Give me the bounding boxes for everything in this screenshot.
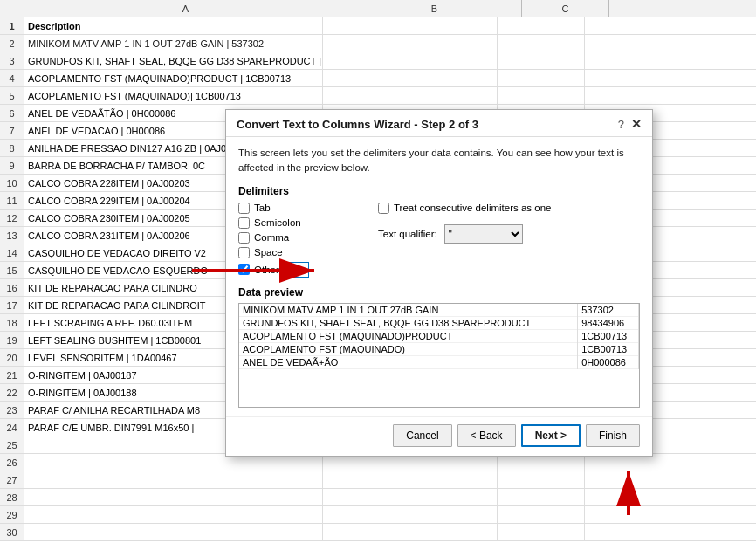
table-row: 29 <box>0 506 756 524</box>
preview-cell: 537302 <box>578 304 639 317</box>
cell-c[interactable] <box>498 454 585 471</box>
tab-label: Tab <box>254 203 271 213</box>
cell-a[interactable]: ACOPLAMENTO FST (MAQUINADO)| 1CB00713 <box>24 87 323 104</box>
cell-b[interactable] <box>323 70 498 86</box>
row-number: 14 <box>0 244 24 261</box>
table-row: 1 Description <box>0 17 756 35</box>
row-number: 11 <box>0 192 24 209</box>
table-row: 27 <box>0 471 756 489</box>
data-preview-area: MINIKOM MATV AMP 1 IN 1 OUT 27dB GAIN 53… <box>238 303 640 408</box>
row-number: 22 <box>0 384 24 401</box>
row-number: 12 <box>0 210 24 226</box>
table-row: 4 ACOPLAMENTO FST (MAQUINADO)PRODUCT | 1… <box>0 70 756 87</box>
semicolon-label: Semicolon <box>254 217 301 228</box>
next-button[interactable]: Next > <box>521 424 581 447</box>
delimiters-title: Delimiters <box>238 185 640 197</box>
space-checkbox[interactable] <box>238 247 250 258</box>
row-number: 27 <box>0 471 24 488</box>
data-preview-title: Data preview <box>238 286 640 299</box>
row-number: 7 <box>0 122 24 139</box>
preview-cell: MINIKOM MATV AMP 1 IN 1 OUT 27dB GAIN <box>239 304 578 317</box>
table-row: 30 <box>0 524 756 541</box>
cell-c[interactable] <box>498 489 585 505</box>
finish-button[interactable]: Finish <box>586 424 640 447</box>
tab-checkbox[interactable] <box>238 203 250 214</box>
cell-c[interactable] <box>498 506 585 523</box>
row-number: 19 <box>0 332 24 348</box>
cell-b[interactable] <box>323 471 498 488</box>
treat-consecutive-checkbox[interactable] <box>378 203 389 214</box>
back-button[interactable]: < Back <box>457 424 516 447</box>
cell-a[interactable]: ACOPLAMENTO FST (MAQUINADO)PRODUCT | 1CB… <box>24 70 323 86</box>
cell-b[interactable] <box>323 52 498 69</box>
preview-cell: GRUNDFOS KIT, SHAFT SEAL, BQQE GG D38 SP… <box>239 316 578 329</box>
row-number: 23 <box>0 402 24 418</box>
col-header-a: A <box>24 0 347 17</box>
text-qualifier-select[interactable]: " ' {none} <box>444 224 523 244</box>
cell-c[interactable] <box>498 524 585 540</box>
row-number: 10 <box>0 175 24 191</box>
row-number: 17 <box>0 297 24 313</box>
cell-a[interactable]: MINIKOM MATV AMP 1 IN 1 OUT 27dB GAIN | … <box>24 35 323 52</box>
row-number: 5 <box>0 87 24 104</box>
table-row: 28 <box>0 489 756 506</box>
treat-consecutive-label: Treat consecutive delimiters as one <box>394 203 551 213</box>
col-header-c: C <box>522 0 609 17</box>
row-number: 3 <box>0 52 24 69</box>
preview-cell: 1CB00713 <box>578 342 639 355</box>
row-number: 28 <box>0 489 24 505</box>
cell-b[interactable] <box>323 524 498 540</box>
text-qualifier-label: Text qualifier: <box>378 229 437 239</box>
space-label: Space <box>254 247 283 258</box>
row-number: 4 <box>0 70 24 86</box>
dialog-close-button[interactable]: ✕ <box>631 117 642 131</box>
preview-cell: ACOPLAMENTO FST (MAQUINADO)PRODUCT <box>239 329 578 342</box>
row-number: 16 <box>0 279 24 296</box>
preview-row: ACOPLAMENTO FST (MAQUINADO)PRODUCT 1CB00… <box>239 329 639 342</box>
preview-cell: 0H000086 <box>578 355 639 368</box>
dialog-help-button[interactable]: ? <box>618 118 624 131</box>
semicolon-checkbox[interactable] <box>238 217 250 229</box>
row-number: 2 <box>0 35 24 52</box>
cell-c[interactable] <box>498 471 585 488</box>
preview-row: GRUNDFOS KIT, SHAFT SEAL, BQQE GG D38 SP… <box>239 316 639 329</box>
cell-a[interactable]: Description <box>24 17 323 34</box>
cell-b[interactable] <box>323 506 498 523</box>
cell-b[interactable] <box>323 35 498 52</box>
cancel-button[interactable]: Cancel <box>393 424 451 447</box>
preview-cell: 98434906 <box>578 316 639 329</box>
dialog-description: This screen lets you set the delimiters … <box>238 146 640 176</box>
row-number: 30 <box>0 524 24 540</box>
row-number: 13 <box>0 227 24 244</box>
cell-a[interactable]: GRUNDFOS KIT, SHAFT SEAL, BQQE GG D38 SP… <box>24 52 323 69</box>
cell-b[interactable] <box>323 87 498 104</box>
cell-a[interactable] <box>24 454 323 471</box>
preview-cell: ACOPLAMENTO FST (MAQUINADO) <box>239 342 578 355</box>
other-checkbox[interactable] <box>238 264 250 275</box>
convert-text-dialog: Convert Text to Columns Wizard - Step 2 … <box>225 109 653 457</box>
cell-c[interactable] <box>498 17 585 34</box>
dialog-title: Convert Text to Columns Wizard - Step 2 … <box>237 118 478 131</box>
comma-label: Comma <box>254 232 289 243</box>
cell-a[interactable] <box>24 524 323 540</box>
cell-b[interactable] <box>323 454 498 471</box>
cell-c[interactable] <box>498 35 585 52</box>
other-input[interactable] <box>286 262 309 278</box>
row-number: 1 <box>0 17 24 34</box>
row-number: 15 <box>0 262 24 278</box>
cell-a[interactable] <box>24 489 323 505</box>
cell-c[interactable] <box>498 87 585 104</box>
comma-checkbox[interactable] <box>238 232 250 244</box>
row-number: 26 <box>0 454 24 471</box>
cell-a[interactable] <box>24 471 323 488</box>
row-number: 8 <box>0 140 24 156</box>
preview-row: ANEL DE VEDAÃ+ÃO 0H000086 <box>239 355 639 368</box>
row-number: 29 <box>0 506 24 523</box>
cell-c[interactable] <box>498 70 585 86</box>
row-number: 6 <box>0 105 24 121</box>
cell-c[interactable] <box>498 52 585 69</box>
cell-b[interactable] <box>323 489 498 505</box>
table-row: 3 GRUNDFOS KIT, SHAFT SEAL, BQQE GG D38 … <box>0 52 756 70</box>
cell-a[interactable] <box>24 506 323 523</box>
cell-b[interactable] <box>323 17 498 34</box>
